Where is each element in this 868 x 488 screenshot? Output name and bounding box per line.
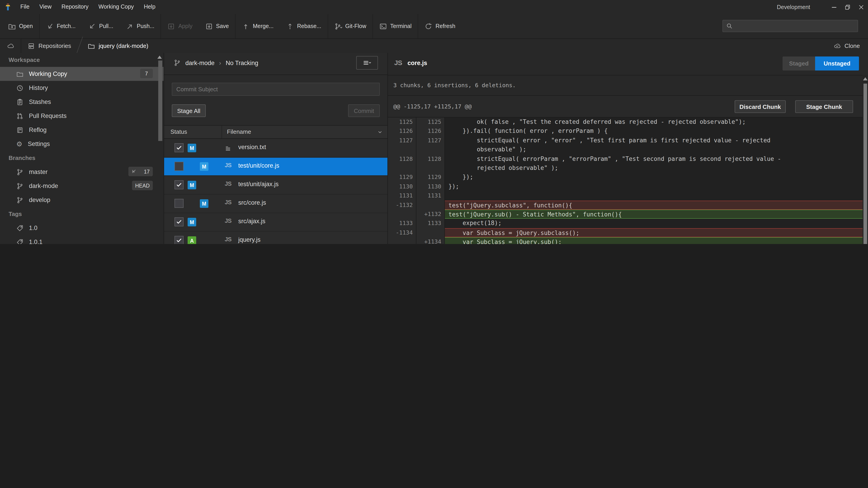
- file-row-src-ajax-js[interactable]: MJSsrc/ajax.js: [164, 213, 388, 231]
- file-checkbox[interactable]: [175, 217, 184, 226]
- toolbar-merge-button[interactable]: Merge...: [236, 14, 280, 38]
- minimize-button[interactable]: [827, 0, 841, 14]
- tab-repositories[interactable]: Repositories: [21, 39, 78, 53]
- clone-cloud-icon: [833, 42, 841, 49]
- toolbar: OpenFetch...Pull...Push...ApplySaveMerge…: [0, 14, 868, 39]
- toolbar-pull-button[interactable]: Pull...: [82, 14, 120, 38]
- clock-icon: [16, 84, 24, 92]
- commit-button: Commit: [348, 104, 380, 117]
- file-row-test-unit-ajax-js[interactable]: MJStest/unit/ajax.js: [164, 176, 388, 194]
- toolbar-push-button[interactable]: Push...: [120, 14, 161, 38]
- clipboard-icon: [16, 98, 24, 105]
- close-button[interactable]: [855, 0, 868, 14]
- unstaged-tab[interactable]: Unstaged: [815, 57, 859, 70]
- toolbar-refresh-button[interactable]: Refresh: [418, 14, 462, 38]
- menu-help[interactable]: Help: [139, 0, 160, 14]
- sidebar-item-master[interactable]: master17: [0, 165, 164, 179]
- file-list-header: Status Filename: [164, 125, 388, 139]
- file-checkbox[interactable]: [175, 143, 184, 152]
- restore-button[interactable]: [841, 0, 855, 14]
- diff-line-added: +1132test("jQuery.sub() - Static Methods…: [388, 210, 868, 219]
- column-status[interactable]: Status: [170, 128, 187, 135]
- stage-chunk-button[interactable]: Stage Chunk: [795, 100, 853, 113]
- clone-label: Clone: [844, 42, 860, 49]
- commit-subject-input[interactable]: [172, 83, 380, 96]
- menu-working-copy[interactable]: Working Copy: [94, 0, 139, 14]
- diff-scroll-up[interactable]: [863, 77, 868, 80]
- fetch-icon: [46, 22, 54, 30]
- file-checkbox[interactable]: [175, 236, 184, 244]
- sidebar-item-dark-mode[interactable]: dark-modeHEAD: [0, 179, 164, 193]
- diff-line-removed: -1132test("jQuery.subclass", function(){: [388, 200, 868, 210]
- sidebar-item-develop[interactable]: develop: [0, 193, 164, 207]
- menu-file[interactable]: File: [16, 0, 34, 14]
- file-checkbox[interactable]: [175, 180, 184, 189]
- stage-all-button[interactable]: Stage All: [172, 104, 206, 117]
- sidebar-item-settings[interactable]: ⚙Settings: [0, 137, 164, 151]
- sidebar-scrollbar[interactable]: [158, 61, 162, 141]
- sidebar-item-working-copy[interactable]: Working Copy7: [0, 67, 164, 81]
- tab-current-repo[interactable]: jquery (dark-mode): [82, 39, 155, 53]
- sourcetree-window: FileViewRepositoryWorking CopyHelp Devel…: [0, 0, 868, 244]
- sidebar-scroll-up[interactable]: [157, 56, 162, 59]
- file-row-jquery-js[interactable]: AJSjquery.js: [164, 232, 388, 244]
- diff-scrollbar-thumb[interactable]: [864, 84, 867, 244]
- diff-line: rejected observable" );: [388, 164, 868, 173]
- status-badge: M: [200, 162, 209, 171]
- diff-line: 11311131: [388, 191, 868, 200]
- diff-line: 11331133 expect(18);: [388, 219, 868, 228]
- push-icon: [126, 22, 133, 30]
- toolbar-open-button[interactable]: Open: [2, 14, 39, 38]
- column-filename[interactable]: Filename: [227, 128, 251, 135]
- pr-icon: [16, 112, 24, 120]
- file-row-version-txt[interactable]: Mversion.txt: [164, 139, 388, 157]
- sidebar-section-tags: Tags: [0, 207, 164, 221]
- server-icon: [28, 42, 35, 50]
- remote-accounts-button[interactable]: [0, 39, 21, 53]
- diff-line: 11301130});: [388, 182, 868, 191]
- toolbar-save-button[interactable]: Save: [199, 14, 235, 38]
- menu-view[interactable]: View: [34, 0, 57, 14]
- branch-icon: [16, 182, 24, 190]
- sidebar-item-1.0.1[interactable]: 1.0.1: [0, 235, 164, 244]
- clone-button[interactable]: Clone: [833, 42, 868, 49]
- file-row-test-unit-core-js[interactable]: MJStest/unit/core.js: [164, 158, 388, 175]
- file-checkbox[interactable]: [175, 162, 184, 171]
- window-title: Development: [777, 4, 810, 10]
- diff-scrollbar-track[interactable]: [863, 75, 868, 244]
- js-file-icon: JS: [225, 180, 231, 187]
- sidebar-section-workspace: Workspace: [0, 53, 164, 67]
- hunk-range: @@ -1125,17 +1125,17 @@: [393, 103, 471, 110]
- tab-current-repo-label: jquery (dark-mode): [99, 42, 149, 49]
- commit-panel-header: dark-mode › No Tracking: [164, 53, 388, 75]
- toolbar-fetch-button[interactable]: Fetch...: [39, 14, 82, 38]
- discard-chunk-button[interactable]: Discard Chunk: [735, 100, 786, 113]
- sidebar-item-1.0[interactable]: 1.0: [0, 221, 164, 235]
- file-checkbox[interactable]: [175, 199, 184, 208]
- file-row-src-core-js[interactable]: MJSsrc/core.js: [164, 195, 388, 213]
- sort-chevron-icon[interactable]: [377, 129, 383, 135]
- toolbar-terminal-button[interactable]: Terminal: [373, 14, 418, 38]
- staged-tab[interactable]: Staged: [782, 57, 815, 70]
- merge-icon: [242, 22, 250, 30]
- sidebar-item-history[interactable]: History: [0, 81, 164, 95]
- column-divider[interactable]: [221, 126, 222, 138]
- terminal-icon: [379, 22, 387, 30]
- file-name: test/unit/core.js: [238, 162, 279, 169]
- diff-line: 11261126 }).fail( function( error , erro…: [388, 127, 868, 136]
- file-name: src/ajax.js: [238, 218, 266, 225]
- pull-icon: [88, 22, 96, 30]
- sidebar-item-reflog[interactable]: Reflog: [0, 123, 164, 137]
- commit-options-button[interactable]: [356, 56, 378, 70]
- tag-icon: [16, 224, 24, 232]
- save-icon: [205, 22, 213, 30]
- toolbar-rebase-button[interactable]: Rebase...: [280, 14, 328, 38]
- toolbar-git-flow-button[interactable]: Git-Flow: [328, 14, 373, 38]
- menu-repository[interactable]: Repository: [57, 0, 94, 14]
- js-file-icon: JS: [225, 162, 231, 168]
- sidebar-item-stashes[interactable]: Stashes: [0, 95, 164, 109]
- toolbar-search[interactable]: [722, 20, 858, 32]
- js-file-icon: JS: [225, 199, 231, 205]
- sidebar-item-pull-requests[interactable]: Pull Requests: [0, 109, 164, 123]
- search-input[interactable]: [736, 22, 855, 30]
